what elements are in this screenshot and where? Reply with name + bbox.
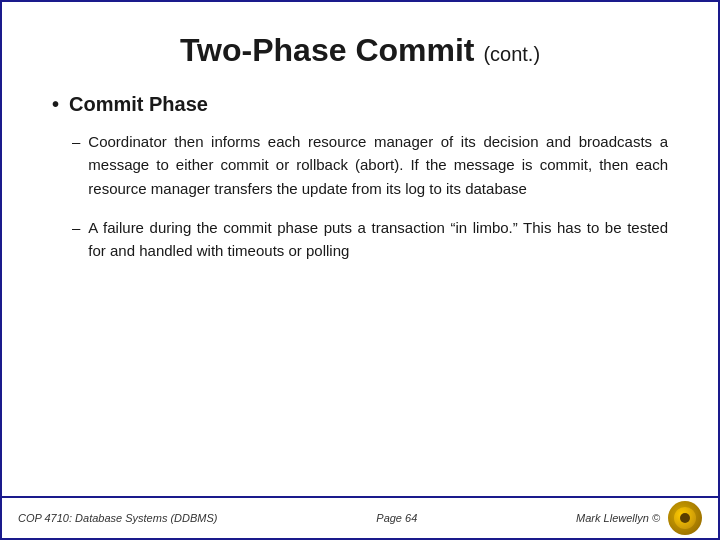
slide-content: Two-Phase Commit (cont.) • Commit Phase …	[2, 2, 718, 496]
slide-title: Two-Phase Commit (cont.)	[52, 32, 668, 69]
main-bullet-text: Commit Phase	[69, 93, 208, 116]
footer-left: COP 4710: Database Systems (DDBMS)	[18, 512, 218, 524]
slide-footer: COP 4710: Database Systems (DDBMS) Page …	[2, 496, 718, 538]
sub-bullet-2-text: A failure during the commit phase puts a…	[88, 216, 668, 263]
title-cont: (cont.)	[483, 43, 540, 65]
footer-center: Page 64	[376, 512, 417, 524]
bullet-section: • Commit Phase – Coordinator then inform…	[52, 93, 668, 262]
sub-bullet-2: – A failure during the commit phase puts…	[72, 216, 668, 263]
sub-bullet-1-text: Coordinator then informs each resource m…	[88, 130, 668, 200]
title-text: Two-Phase Commit	[180, 32, 475, 68]
sub-bullets: – Coordinator then informs each resource…	[72, 130, 668, 262]
dash-1: –	[72, 130, 80, 153]
footer-right-text: Mark Llewellyn ©	[576, 512, 660, 524]
slide: Two-Phase Commit (cont.) • Commit Phase …	[0, 0, 720, 540]
sub-bullet-1: – Coordinator then informs each resource…	[72, 130, 668, 200]
bullet-dot: •	[52, 93, 59, 116]
footer-right: Mark Llewellyn ©	[576, 501, 702, 535]
main-bullet: • Commit Phase	[52, 93, 668, 116]
logo-inner	[674, 507, 696, 529]
dash-2: –	[72, 216, 80, 239]
logo-icon	[668, 501, 702, 535]
